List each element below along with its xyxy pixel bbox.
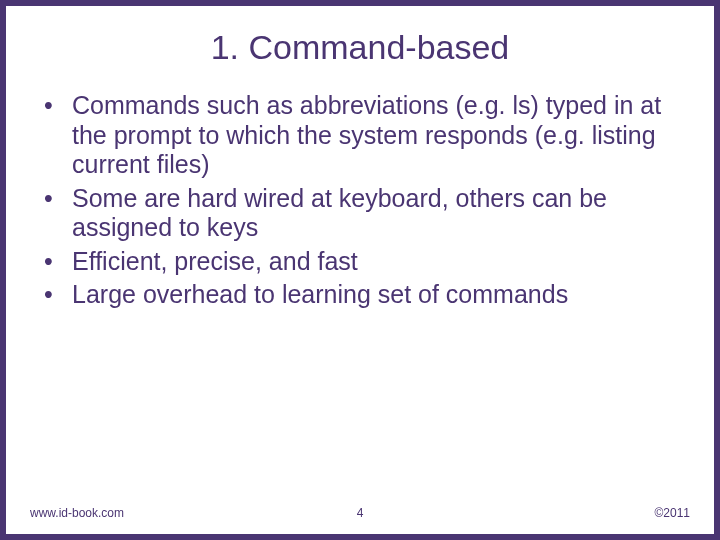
footer-copyright: ©2011: [654, 506, 690, 520]
slide-title: 1. Command-based: [6, 28, 714, 67]
bullet-item: Large overhead to learning set of comman…: [40, 280, 680, 310]
footer-page-number: 4: [357, 506, 364, 520]
bullet-item: Commands such as abbreviations (e.g. ls)…: [40, 91, 680, 180]
bullet-item: Efficient, precise, and fast: [40, 247, 680, 277]
footer-url: www.id-book.com: [30, 506, 124, 520]
slide-footer: www.id-book.com 4 ©2011: [6, 500, 714, 520]
slide-body: Commands such as abbreviations (e.g. ls)…: [6, 91, 714, 310]
bullet-list: Commands such as abbreviations (e.g. ls)…: [40, 91, 680, 310]
bullet-item: Some are hard wired at keyboard, others …: [40, 184, 680, 243]
slide: 1. Command-based Commands such as abbrev…: [0, 0, 720, 540]
